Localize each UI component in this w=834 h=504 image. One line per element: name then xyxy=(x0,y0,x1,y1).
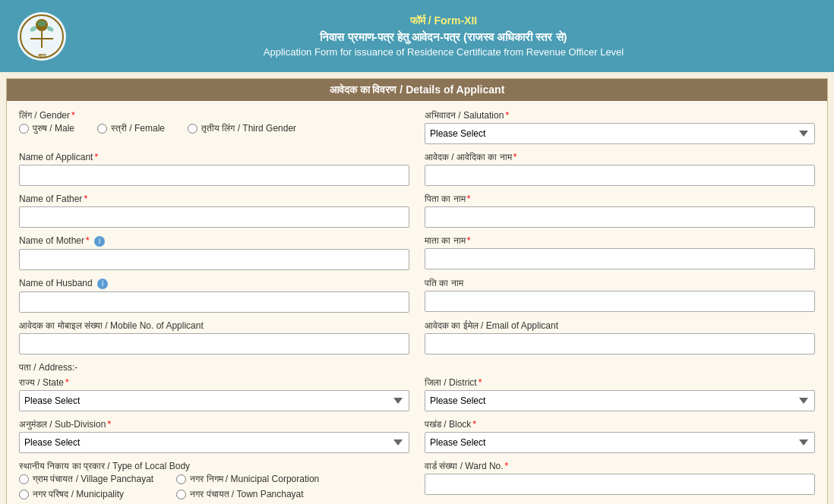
name-mother-label: Name of Mother* i xyxy=(19,235,409,247)
salutation-label: अभिवादन / Salutation* xyxy=(425,110,815,121)
ward-no-right: वार्ड संख्या / Ward No.* xyxy=(425,461,815,499)
form-title: फॉर्म / Form-XII xyxy=(68,14,819,27)
name-applicant-input[interactable] xyxy=(19,165,409,186)
salutation-section: अभिवादन / Salutation* Please Select Mr. … xyxy=(425,110,815,144)
name-applicant-left: Name of Applicant* xyxy=(19,152,409,186)
ward-no-input[interactable] xyxy=(425,474,815,495)
local-body-village-panchayat[interactable]: ग्राम पंचायत / Village Panchayat xyxy=(19,474,153,484)
name-mother-left: Name of Mother* i xyxy=(19,235,409,270)
local-body-municipality[interactable]: नगर परिषद / Municipality xyxy=(19,489,153,499)
name-father-hindi-right: पिता का नाम* xyxy=(425,194,815,228)
district-select[interactable]: Please Select xyxy=(425,390,815,411)
name-husband-hindi-label: पति का नाम xyxy=(425,278,815,288)
district-right: जिला / District* Please Select xyxy=(425,377,815,411)
subdivision-left: अनुमंडल / Sub-Division* Please Select xyxy=(19,419,409,453)
local-body-municipal-corp-label: नगर निगम / Municipal Corporation xyxy=(190,474,319,484)
address-label: पता / Address:- xyxy=(19,362,815,373)
name-father-hindi-input[interactable] xyxy=(425,206,815,228)
name-mother-hindi-label: माता का नाम* xyxy=(425,235,815,246)
name-father-hindi-label: पिता का नाम* xyxy=(425,194,815,204)
district-label: जिला / District* xyxy=(425,377,815,388)
local-body-municipal-corp[interactable]: नगर निगम / Municipal Corporation xyxy=(176,474,319,484)
block-select[interactable]: Please Select xyxy=(425,432,815,453)
state-district-row: राज्य / State* Please Select जिला / Dist… xyxy=(19,377,815,411)
name-husband-left: Name of Husband i xyxy=(19,278,409,313)
gender-male-radio[interactable] xyxy=(19,124,29,134)
name-applicant-hindi-label: आवेदक / आवेदिका का नाम* xyxy=(425,152,815,162)
salutation-select[interactable]: Please Select Mr. Mrs. Ms. Dr. xyxy=(425,123,815,144)
name-mother-hindi-right: माता का नाम* xyxy=(425,235,815,270)
local-body-col-left: ग्राम पंचायत / Village Panchayat नगर परि… xyxy=(19,474,153,499)
local-body-municipal-corp-radio[interactable] xyxy=(176,474,186,484)
name-husband-input[interactable] xyxy=(19,291,409,313)
name-father-input[interactable] xyxy=(19,206,409,228)
email-label: आवेदक का ईमेल / Email of Applicant xyxy=(425,320,815,331)
form-container: आवेदक का विवरण / Details of Applicant लि… xyxy=(6,78,828,504)
gender-third-radio[interactable] xyxy=(188,124,197,134)
local-body-village-radio[interactable] xyxy=(19,474,29,484)
form-body: लिंग / Gender* पुरुष / Male स्त्री / Fem… xyxy=(7,101,827,504)
name-father-left: Name of Father* xyxy=(19,194,409,228)
name-father-row: Name of Father* पिता का नाम* xyxy=(19,194,815,228)
local-body-village-label: ग्राम पंचायत / Village Panchayat xyxy=(33,474,153,484)
gender-third-option[interactable]: तृतीय लिंग / Third Gender xyxy=(188,123,296,134)
name-applicant-label: Name of Applicant* xyxy=(19,152,409,162)
name-mother-row: Name of Mother* i माता का नाम* xyxy=(19,235,815,270)
local-body-ward-row: स्थानीय निकाय का प्रकार / Type of Local … xyxy=(19,461,815,499)
gender-section: लिंग / Gender* पुरुष / Male स्त्री / Fem… xyxy=(19,110,409,134)
block-right: पखंड / Block* Please Select xyxy=(425,419,815,453)
local-body-type-label: स्थानीय निकाय का प्रकार / Type of Local … xyxy=(19,461,409,471)
local-body-left: स्थानीय निकाय का प्रकार / Type of Local … xyxy=(19,461,409,499)
name-mother-hindi-input[interactable] xyxy=(425,248,815,269)
logo-icon: भारत xyxy=(15,10,68,63)
block-label: पखंड / Block* xyxy=(425,419,815,430)
subdivision-label: अनुमंडल / Sub-Division* xyxy=(19,419,409,430)
name-applicant-hindi-input[interactable] xyxy=(425,165,815,186)
gender-label: लिंग / Gender* xyxy=(19,110,409,121)
form-subtitle-english: Application Form for issuance of Residen… xyxy=(68,46,819,58)
gender-male-label: पुरुष / Male xyxy=(33,123,74,134)
gender-female-radio[interactable] xyxy=(97,124,107,134)
ward-no-label: वार्ड संख्या / Ward No.* xyxy=(425,461,815,471)
local-body-col-right: नगर निगम / Municipal Corporation नगर पंच… xyxy=(176,474,319,499)
mobile-label: आवेदक का मोबाइल संख्या / Mobile No. of A… xyxy=(19,320,409,331)
local-body-options: ग्राम पंचायत / Village Panchayat नगर परि… xyxy=(19,474,409,499)
header: भारत फॉर्म / Form-XII निवास प्रमाण-पत्र … xyxy=(0,0,834,72)
name-applicant-hindi-right: आवेदक / आवेदिका का नाम* xyxy=(425,152,815,186)
gender-female-option[interactable]: स्त्री / Female xyxy=(97,123,165,134)
local-body-town-panchayat[interactable]: नगर पंचायत / Town Panchayat xyxy=(176,489,319,499)
header-text: फॉर्म / Form-XII निवास प्रमाण-पत्र हेतु … xyxy=(68,14,819,58)
gender-female-label: स्त्री / Female xyxy=(111,123,165,134)
state-left: राज्य / State* Please Select xyxy=(19,377,409,411)
name-husband-hindi-input[interactable] xyxy=(425,291,815,312)
state-label: राज्य / State* xyxy=(19,377,409,388)
gender-male-option[interactable]: पुरुष / Male xyxy=(19,123,74,134)
mobile-left: आवेदक का मोबाइल संख्या / Mobile No. of A… xyxy=(19,320,409,354)
name-mother-input[interactable] xyxy=(19,249,409,270)
husband-info-icon[interactable]: i xyxy=(97,279,108,289)
name-husband-hindi-right: पति का नाम xyxy=(425,278,815,313)
svg-point-6 xyxy=(37,20,46,27)
name-father-label: Name of Father* xyxy=(19,194,409,204)
gender-third-label: तृतीय लिंग / Third Gender xyxy=(201,123,296,134)
svg-text:भारत: भारत xyxy=(38,53,46,58)
local-body-municipality-radio[interactable] xyxy=(19,490,29,499)
gender-salutation-row: लिंग / Gender* पुरुष / Male स्त्री / Fem… xyxy=(19,110,815,144)
subdivision-select[interactable]: Please Select xyxy=(19,432,409,453)
section-header: आवेदक का विवरण / Details of Applicant xyxy=(7,79,827,101)
gender-options: पुरुष / Male स्त्री / Female तृतीय लिंग … xyxy=(19,123,409,134)
mobile-input[interactable] xyxy=(19,333,409,354)
email-right: आवेदक का ईमेल / Email of Applicant xyxy=(425,320,815,354)
local-body-town-panchayat-radio[interactable] xyxy=(176,490,186,499)
mother-info-icon[interactable]: i xyxy=(94,236,105,247)
form-subtitle-hindi: निवास प्रमाण-पत्र हेतु आवेदन-पत्र (राजस्… xyxy=(68,30,819,44)
name-husband-label: Name of Husband i xyxy=(19,278,409,289)
name-applicant-row: Name of Applicant* आवेदक / आवेदिका का ना… xyxy=(19,152,815,186)
email-input[interactable] xyxy=(425,333,815,354)
subdivision-block-row: अनुमंडल / Sub-Division* Please Select पख… xyxy=(19,419,815,453)
mobile-email-row: आवेदक का मोबाइल संख्या / Mobile No. of A… xyxy=(19,320,815,354)
state-select[interactable]: Please Select xyxy=(19,390,409,411)
local-body-municipality-label: नगर परिषद / Municipality xyxy=(33,489,124,499)
local-body-town-panchayat-label: नगर पंचायत / Town Panchayat xyxy=(190,489,303,499)
name-husband-row: Name of Husband i पति का नाम xyxy=(19,278,815,313)
